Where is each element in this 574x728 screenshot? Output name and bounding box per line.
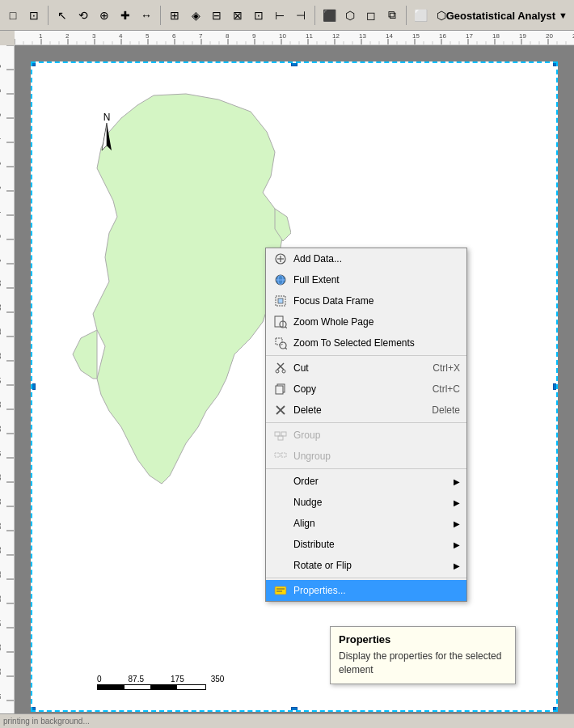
toolbar-btn-12[interactable]: ⊡: [249, 6, 268, 25]
menu-item-full-extent[interactable]: Full Extent: [266, 269, 466, 290]
copy-icon: [272, 381, 289, 397]
toolbar-btn-5[interactable]: ⊕: [95, 6, 114, 25]
toolbar-btn-14[interactable]: ⊣: [291, 6, 310, 25]
cut-icon: [272, 360, 289, 376]
delete-shortcut: Delete: [432, 404, 460, 416]
scale-val-2: 175: [171, 675, 184, 684]
svg-text:9: 9: [0, 259, 2, 262]
handle-mid-left[interactable]: [31, 383, 36, 390]
toolbar-btn-16[interactable]: ⬡: [340, 6, 360, 25]
toolbar-divider-2: [160, 6, 161, 25]
north-letter: N: [97, 112, 116, 123]
menu-item-ungroup: Ungroup: [266, 446, 466, 467]
toolbar-btn-10[interactable]: ⊟: [207, 6, 226, 25]
svg-rect-176: [275, 586, 286, 595]
toolbar-btn-7[interactable]: ↔: [137, 6, 156, 25]
handle-top-mid[interactable]: [291, 61, 298, 66]
tooltip-box: Properties Display the properties for th…: [330, 626, 516, 684]
svg-rect-175: [281, 453, 286, 457]
handle-bot-mid[interactable]: [291, 707, 298, 712]
svg-line-162: [285, 348, 287, 349]
toolbar-divider-4: [406, 6, 407, 25]
svg-point-165: [276, 370, 279, 373]
toolbar-btn-8[interactable]: ⊞: [165, 6, 184, 25]
menu-item-distribute[interactable]: Distribute ▶: [266, 534, 466, 555]
svg-text:5: 5: [0, 162, 2, 165]
svg-line-159: [285, 327, 287, 328]
svg-text:16: 16: [0, 425, 2, 432]
scale-seg-2: [125, 685, 151, 689]
toolbar-btn-13[interactable]: ⊢: [270, 6, 289, 25]
toolbar-btn-17[interactable]: ◻: [361, 6, 381, 25]
full-extent-label: Full Extent: [293, 274, 460, 286]
svg-text:7: 7: [0, 210, 2, 214]
svg-marker-145: [73, 330, 97, 379]
toolbar-btn-19[interactable]: ⬜: [411, 6, 430, 25]
add-data-label: Add Data...: [293, 253, 460, 265]
toolbar-btn-4[interactable]: ⟲: [74, 6, 93, 25]
menu-item-zoom-selected[interactable]: Zoom To Selected Elements: [266, 332, 466, 353]
app-title-arrow[interactable]: ▼: [559, 11, 568, 20]
distribute-label: Distribute: [293, 539, 450, 550]
canvas-area: N 0 87.5 175 350: [15, 45, 574, 728]
handle-top-right[interactable]: [553, 61, 558, 66]
svg-text:13: 13: [0, 353, 2, 359]
handle-bot-left[interactable]: [31, 707, 36, 712]
scale-bar-graphic: [97, 684, 206, 690]
menu-item-order[interactable]: Order ▶: [266, 471, 466, 492]
order-icon: [272, 473, 289, 489]
toolbar-btn-11[interactable]: ⊠: [228, 6, 247, 25]
toolbar-btn-6[interactable]: ✚: [116, 6, 135, 25]
x-icon: [272, 402, 289, 418]
svg-rect-156: [278, 298, 283, 303]
nudge-icon: [272, 494, 289, 510]
menu-item-zoom-whole[interactable]: Zoom Whole Page: [266, 311, 466, 332]
menu-item-focus-frame[interactable]: Focus Data Frame: [266, 290, 466, 311]
svg-text:15: 15: [0, 401, 2, 408]
svg-rect-171: [275, 432, 280, 436]
scale-val-3: 350: [211, 675, 225, 684]
menu-item-nudge[interactable]: Nudge ▶: [266, 492, 466, 513]
menu-item-group: Group: [266, 425, 466, 446]
menu-item-properties[interactable]: Properties...: [266, 580, 466, 601]
delete-label: Delete: [293, 404, 424, 416]
app-title-bar: Geostatistical Analyst ▼: [446, 0, 574, 31]
svg-text:1: 1: [0, 65, 2, 68]
toolbar-divider-3: [314, 6, 315, 25]
menu-item-delete[interactable]: Delete Delete: [266, 400, 466, 421]
frame-icon: [272, 293, 289, 309]
toolbar-btn-15[interactable]: ⬛: [319, 6, 339, 25]
map-shape: [57, 87, 291, 637]
align-label: Align: [293, 518, 450, 529]
menu-item-rotate[interactable]: Rotate or Flip ▶: [266, 555, 466, 576]
group-icon: [272, 427, 289, 443]
toolbar-btn-9[interactable]: ◈: [186, 6, 205, 25]
copy-shortcut: Ctrl+C: [433, 383, 460, 395]
toolbar-btn-2[interactable]: ⊡: [24, 6, 44, 25]
handle-mid-right[interactable]: [553, 383, 558, 390]
main-toolbar: □ ⊡ ↖ ⟲ ⊕ ✚ ↔ ⊞ ◈ ⊟ ⊠ ⊡ ⊢ ⊣ ⬛ ⬡ ◻ ⧉ ⬜ ⬡ …: [0, 0, 574, 31]
order-arrow: ▶: [454, 477, 460, 486]
svg-text:10: 10: [0, 280, 2, 286]
menu-item-copy[interactable]: Copy Ctrl+C: [266, 379, 466, 400]
svg-rect-86: [0, 45, 15, 713]
menu-item-align[interactable]: Align ▶: [266, 513, 466, 534]
toolbar-btn-3[interactable]: ↖: [53, 6, 72, 25]
scale-val-1: 87.5: [129, 675, 144, 684]
scale-seg-1: [98, 685, 125, 689]
tooltip-text: Display the properties for the selected …: [339, 650, 507, 677]
plus-icon: [272, 251, 289, 267]
svg-text:3: 3: [0, 113, 2, 116]
svg-rect-160: [276, 338, 282, 345]
toolbar-btn-1[interactable]: □: [3, 6, 23, 25]
menu-item-cut[interactable]: Cut Ctrl+X: [266, 358, 466, 379]
handle-bot-right[interactable]: [553, 707, 558, 712]
ruler-horizontal: 123456789101112131415161718192021: [15, 31, 574, 45]
svg-marker-148: [102, 123, 107, 150]
svg-text:12: 12: [0, 328, 2, 335]
toolbar-btn-18[interactable]: ⧉: [382, 6, 402, 25]
handle-top-left[interactable]: [31, 61, 36, 66]
globe-icon: [272, 272, 289, 288]
menu-item-add-data[interactable]: Add Data...: [266, 248, 466, 269]
align-arrow: ▶: [454, 519, 460, 528]
